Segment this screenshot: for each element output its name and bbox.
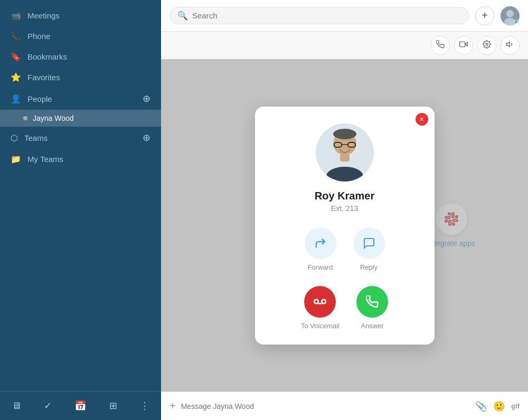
reply-action[interactable]: Reply — [353, 227, 385, 271]
meetings-icon: 📹 — [11, 11, 21, 21]
voicemail-button[interactable] — [304, 286, 336, 318]
person-status-dot — [23, 116, 27, 120]
sidebar-item-label-favorites: Favorites — [27, 73, 60, 82]
search-bar[interactable]: 🔍 — [169, 7, 469, 24]
caller-ext: Ext. 213 — [331, 204, 358, 213]
svg-rect-4 — [460, 42, 465, 46]
reply-label: Reply — [360, 263, 378, 271]
people-add-button[interactable]: ⊕ — [143, 93, 150, 104]
answer-action[interactable]: Answer — [356, 286, 388, 330]
sidebar-person-jayna-wood[interactable]: Jayna Wood — [0, 110, 161, 127]
sidebar-item-label-myteams: My Teams — [27, 155, 63, 164]
settings-button[interactable] — [477, 36, 496, 55]
sidebar-footer: 🖥 ✓ 📅 ⊞ ⋮ — [0, 391, 161, 420]
sidebar-item-people[interactable]: 👤 People ⊕ — [0, 88, 161, 110]
myteams-icon: 📁 — [11, 154, 21, 164]
sidebar-nav: 📹 Meetings 📞 Phone 🔖 Bookmarks ⭐ Favorit… — [0, 0, 161, 391]
sidebar-item-bookmarks[interactable]: 🔖 Bookmarks — [0, 46, 161, 67]
message-bar: + 📎 🙂 gif — [161, 392, 528, 420]
favorites-icon: ⭐ — [11, 72, 21, 82]
calendar-icon[interactable]: 📅 — [70, 398, 90, 414]
sidebar-item-label-teams: Teams — [24, 133, 48, 142]
voicemail-label: To Voicemail — [301, 322, 340, 330]
online-status-dot — [514, 20, 519, 25]
header: 🔍 + — [161, 0, 528, 32]
modal-close-button[interactable]: × — [416, 113, 428, 126]
voicemail-action[interactable]: To Voicemail — [301, 286, 340, 330]
sidebar-item-teams[interactable]: ⬡ Teams ⊕ — [0, 127, 161, 149]
caller-name: Roy Kramer — [315, 190, 374, 202]
sidebar: 📹 Meetings 📞 Phone 🔖 Bookmarks ⭐ Favorit… — [0, 0, 161, 420]
answer-button[interactable] — [356, 286, 388, 318]
svg-point-5 — [486, 43, 488, 45]
grid-icon[interactable]: ⊞ — [105, 398, 121, 414]
phone-icon: 📞 — [11, 31, 21, 41]
svg-point-1 — [506, 10, 514, 17]
sidebar-item-favorites[interactable]: ⭐ Favorites — [0, 67, 161, 88]
svg-point-9 — [333, 129, 356, 139]
avatar[interactable] — [501, 6, 520, 25]
main-content: 🔍 + — [161, 0, 528, 420]
search-icon: 🔍 — [177, 11, 188, 21]
volume-button[interactable] — [501, 36, 520, 55]
more-icon[interactable]: ⋮ — [136, 398, 154, 414]
caller-avatar — [316, 123, 374, 182]
emoji-icon[interactable]: 🙂 — [493, 400, 505, 412]
sidebar-item-label-people: People — [27, 94, 52, 103]
people-icon: 👤 — [11, 94, 21, 104]
call-overlay: × — [161, 59, 528, 392]
video-toolbar-icon — [459, 40, 468, 51]
svg-rect-13 — [340, 154, 350, 161]
svg-marker-6 — [506, 42, 510, 46]
forward-action[interactable]: Forward — [305, 227, 336, 271]
attachment-icon[interactable]: 📎 — [475, 400, 487, 412]
call-button[interactable] — [431, 36, 450, 55]
sidebar-item-meetings[interactable]: 📹 Meetings — [0, 5, 161, 26]
video-button[interactable] — [454, 36, 473, 55]
settings-icon — [483, 40, 491, 51]
teams-add-button[interactable]: ⊕ — [143, 132, 150, 144]
sidebar-item-myteams[interactable]: 📁 My Teams — [0, 149, 161, 169]
message-icons: 📎 🙂 gif — [475, 400, 520, 412]
sidebar-item-phone[interactable]: 📞 Phone — [0, 26, 161, 46]
forward-button[interactable] — [305, 227, 336, 259]
sidebar-item-label-meetings: Meetings — [27, 11, 60, 20]
toolbar — [161, 32, 528, 59]
incoming-call-modal: × — [255, 107, 435, 345]
svg-marker-3 — [465, 43, 468, 46]
monitor-icon[interactable]: 🖥 — [7, 398, 25, 414]
answer-label: Answer — [361, 322, 383, 330]
person-name: Jayna Wood — [33, 114, 74, 122]
message-input[interactable] — [181, 402, 470, 411]
header-add-button[interactable]: + — [475, 6, 494, 25]
svg-point-15 — [315, 299, 319, 303]
check-icon[interactable]: ✓ — [40, 398, 56, 414]
bookmarks-icon: 🔖 — [11, 52, 21, 62]
teams-icon: ⬡ — [11, 133, 18, 143]
forward-label: Forward — [308, 263, 333, 271]
search-input[interactable] — [192, 11, 461, 20]
volume-icon — [506, 40, 514, 51]
plus-icon: + — [482, 9, 488, 22]
phone-toolbar-icon — [436, 40, 445, 51]
gif-button[interactable]: gif — [511, 402, 520, 410]
close-icon: × — [419, 115, 423, 123]
message-add-button[interactable]: + — [169, 400, 176, 412]
sidebar-item-label-bookmarks: Bookmarks — [27, 52, 67, 61]
sidebar-item-label-phone: Phone — [27, 32, 50, 41]
modal-secondary-actions: Forward Reply — [305, 227, 385, 271]
reply-button[interactable] — [353, 227, 385, 259]
svg-point-16 — [322, 299, 326, 303]
content-area: ted... Integrate apps × — [161, 59, 528, 392]
modal-call-actions: To Voicemail Answer — [301, 286, 388, 330]
